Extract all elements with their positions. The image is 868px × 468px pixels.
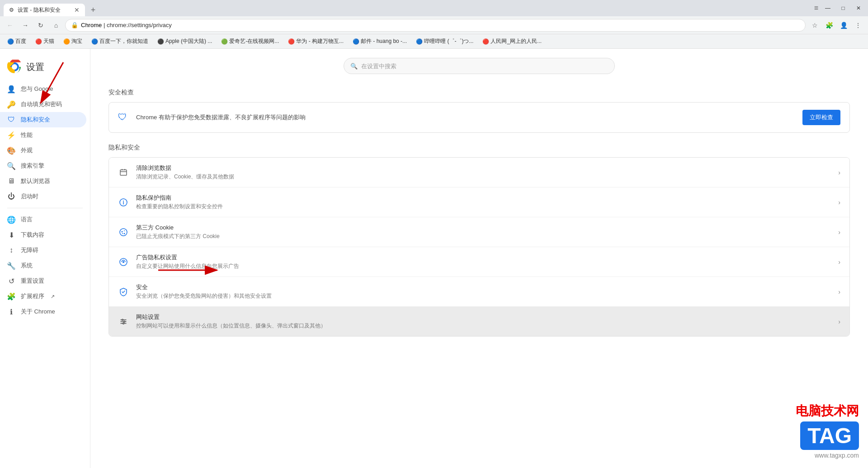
- watermark-tag: TAG: [800, 421, 859, 450]
- sidebar-item-performance[interactable]: ⚡ 性能: [0, 127, 86, 143]
- sidebar-label-extensions: 扩展程序: [21, 292, 44, 300]
- safety-check-card: 🛡 Chrome 有助于保护您免受数据泄露、不良扩展程序等问题的影响 立即检查: [108, 102, 850, 133]
- privacy-section-title: 隐私和安全: [108, 144, 850, 152]
- active-tab[interactable]: ⚙ 设置 - 隐私和安全 ✕: [4, 4, 85, 16]
- watermark-url: www.tagxp.com: [815, 452, 859, 459]
- bookmark-favicon-tianmao: 🔴: [35, 38, 42, 45]
- site-settings-arrow: ›: [838, 318, 840, 325]
- ad-privacy-title: 广告隐私权设置: [136, 253, 831, 262]
- bookmark-huawei[interactable]: 🔴 华为 - 构建万物互...: [284, 37, 347, 46]
- watermark: 电脑技术网 TAG www.tagxp.com: [796, 402, 859, 459]
- bookmark-renmin[interactable]: 🔴 人民网_网上的人民...: [479, 37, 545, 46]
- tab-close-button[interactable]: ✕: [74, 6, 80, 14]
- watermark-text: 电脑技术网: [796, 402, 859, 420]
- privacy-list: 清除浏览数据 清除浏览记录、Cookie、缓存及其他数据 ›: [108, 157, 850, 337]
- settings-search-input[interactable]: [361, 63, 608, 70]
- bookmark-label-bilibili: 哔哩哔哩 (゜-゜)つ...: [424, 37, 473, 45]
- privacy-guide-text: 隐私保护指南 检查重要的隐私控制设置和安全控件: [136, 194, 831, 211]
- url-brand: Chrome: [81, 22, 102, 28]
- bookmark-iqiyi[interactable]: 🟢 爱奇艺-在线视频网...: [217, 37, 283, 46]
- privacy-guide-icon: [118, 197, 129, 208]
- sidebar-item-startup[interactable]: ⏻ 启动时: [0, 189, 86, 204]
- sidebar-item-about[interactable]: ℹ 关于 Chrome: [0, 304, 86, 319]
- sidebar-item-browser[interactable]: 🖥 默认浏览器: [0, 173, 86, 189]
- settings-search-bar[interactable]: 🔍: [344, 58, 615, 74]
- search-icon: 🔍: [7, 162, 15, 170]
- tab-title: 设置 - 隐私和安全: [18, 6, 61, 14]
- back-button[interactable]: ←: [4, 19, 16, 32]
- system-icon: 🔧: [7, 262, 15, 270]
- cookie-icon: [118, 227, 129, 238]
- site-settings-text: 网站设置 控制网站可以使用和显示什么信息（如位置信息、摄像头、弹出式窗口及其他）: [136, 313, 831, 330]
- sidebar-item-downloads[interactable]: ⬇ 下载内容: [0, 227, 86, 243]
- sidebar-item-autofill[interactable]: 🔑 自动填充和密码: [0, 97, 86, 112]
- bookmark-baidu-search[interactable]: 🔵 百度一下，你就知道: [88, 37, 152, 46]
- privacy-item-security[interactable]: 安全 安全浏览（保护您免受危险网站的侵害）和其他安全设置 ›: [109, 277, 849, 307]
- security-icon: [118, 286, 129, 297]
- sidebar-item-accessibility[interactable]: ↕ 无障碍: [0, 243, 86, 258]
- search-icon: 🔍: [350, 63, 358, 70]
- language-icon: 🌐: [7, 215, 15, 224]
- sidebar-item-extensions[interactable]: 🧩 扩展程序 ↗: [0, 289, 86, 304]
- extension-button[interactable]: 🧩: [823, 19, 835, 32]
- privacy-item-cookie[interactable]: 第三方 Cookie 已阻止无痕模式下的第三方 Cookie ›: [109, 217, 849, 247]
- close-button[interactable]: ✕: [853, 2, 864, 14]
- bookmark-bilibili[interactable]: 🔵 哔哩哔哩 (゜-゜)つ...: [412, 37, 477, 46]
- sidebar-item-google[interactable]: 👤 您与 Google: [0, 81, 86, 97]
- about-icon: ℹ: [7, 308, 15, 316]
- sidebar-label-reset: 重置设置: [21, 277, 44, 285]
- privacy-item-guide[interactable]: 隐私保护指南 检查重要的隐私控制设置和安全控件 ›: [109, 187, 849, 217]
- new-tab-button[interactable]: +: [87, 4, 99, 16]
- sidebar-label-google: 您与 Google: [21, 85, 53, 93]
- sidebar-item-language[interactable]: 🌐 语言: [0, 212, 86, 227]
- bookmark-tianmao[interactable]: 🔴 天猫: [32, 37, 58, 46]
- profile-icon[interactable]: ≡: [814, 4, 818, 12]
- svg-point-2: [12, 64, 17, 70]
- sidebar: 设置 👤 您与 Google 🔑 自动填充和密码 🛡 隐私和安全 ⚡ 性能 🎨 …: [0, 49, 90, 468]
- privacy-item-site-settings[interactable]: 网站设置 控制网站可以使用和显示什么信息（如位置信息、摄像头、弹出式窗口及其他）…: [109, 307, 849, 336]
- bookmark-label-apple: Apple (中国大陆) ...: [165, 37, 212, 45]
- sidebar-item-privacy[interactable]: 🛡 隐私和安全: [0, 112, 86, 127]
- refresh-button[interactable]: ↻: [34, 19, 47, 32]
- external-link-icon: ↗: [51, 294, 55, 300]
- bookmark-favicon-baidu: 🔵: [7, 38, 14, 45]
- bookmark-apple[interactable]: ⚫ Apple (中国大陆) ...: [154, 37, 216, 46]
- forward-button[interactable]: →: [19, 19, 32, 32]
- address-bar[interactable]: 🔒 Chrome | chrome://settings/privacy: [65, 19, 806, 32]
- svg-point-13: [124, 233, 125, 234]
- privacy-item-clear-browsing[interactable]: 清除浏览数据 清除浏览记录、Cookie、缓存及其他数据 ›: [109, 158, 849, 187]
- svg-point-9: [123, 201, 124, 201]
- autofill-icon: 🔑: [7, 100, 15, 108]
- privacy-item-ad[interactable]: 广告隐私权设置 自定义要让网站使用什么信息向您展示广告 ›: [109, 247, 849, 277]
- profile-avatar[interactable]: 👤: [837, 19, 850, 32]
- maximize-button[interactable]: □: [837, 2, 849, 14]
- svg-point-12: [124, 230, 125, 231]
- bookmark-favicon-taobao: 🟠: [63, 38, 70, 45]
- home-button[interactable]: ⌂: [50, 19, 62, 32]
- bookmark-taobao[interactable]: 🟠 淘宝: [60, 37, 86, 46]
- privacy-guide-title: 隐私保护指南: [136, 194, 831, 202]
- bookmark-favicon-bilibili: 🔵: [416, 38, 422, 45]
- clear-browsing-text: 清除浏览数据 清除浏览记录、Cookie、缓存及其他数据: [136, 164, 831, 181]
- sidebar-item-appearance[interactable]: 🎨 外观: [0, 143, 86, 158]
- security-title: 安全: [136, 283, 831, 291]
- minimize-button[interactable]: —: [822, 2, 834, 14]
- bookmark-button[interactable]: ☆: [808, 19, 821, 32]
- bookmark-label-baidu-search: 百度一下，你就知道: [99, 37, 148, 45]
- menu-button[interactable]: ⋮: [852, 19, 864, 32]
- extensions-icon: 🧩: [7, 292, 15, 300]
- url-separator: |: [104, 22, 107, 28]
- sidebar-item-system[interactable]: 🔧 系统: [0, 258, 86, 273]
- bookmark-label-renmin: 人民网_网上的人民...: [491, 37, 542, 45]
- cookie-arrow: ›: [838, 229, 840, 236]
- bookmark-baidu[interactable]: 🔵 百度: [4, 37, 30, 46]
- sidebar-label-search: 搜索引擎: [21, 162, 44, 170]
- sidebar-item-search[interactable]: 🔍 搜索引擎: [0, 158, 86, 173]
- bookmark-label-tianmao: 天猫: [43, 37, 54, 45]
- security-text: 安全 安全浏览（保护您免受危险网站的侵害）和其他安全设置: [136, 283, 831, 300]
- sidebar-title: 设置: [26, 61, 44, 73]
- tab-bar: ⚙ 设置 - 隐私和安全 ✕ +: [4, 0, 814, 16]
- sidebar-item-reset[interactable]: ↺ 重置设置: [0, 273, 86, 289]
- safety-check-button[interactable]: 立即检查: [802, 110, 840, 125]
- bookmark-email[interactable]: 🔵 邮件 - huang bo -...: [349, 37, 410, 46]
